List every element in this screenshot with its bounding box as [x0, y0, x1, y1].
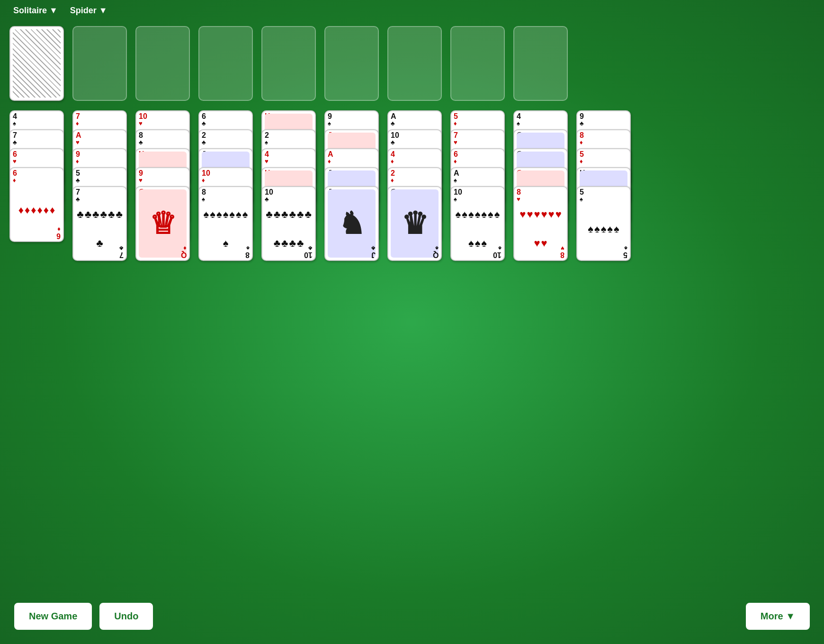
card-rank-bottom: 10 — [493, 251, 502, 259]
card-rank-top: 6 — [10, 149, 63, 158]
tableau-card[interactable]: Q ♠ ♛Q♠ — [387, 186, 442, 261]
card-rank-top: 9 — [136, 168, 189, 177]
foundation-6[interactable] — [387, 26, 442, 101]
card-rank-top: 8 — [136, 130, 189, 139]
card-rank-bottom: 5 — [623, 251, 627, 259]
pip-grid: ♥♥♥♥♥♥♥♥ — [517, 200, 564, 258]
more-button[interactable]: More ▼ — [746, 603, 810, 630]
tableau-card[interactable]: J ♣ ♞J♣ — [324, 186, 379, 261]
card-rank-bottom: 8 — [245, 251, 250, 259]
tableau-card[interactable]: 5 ♠ ♠♠♠♠♠5♠ — [576, 186, 631, 261]
bottom-left-buttons: New Game Undo — [14, 603, 153, 630]
card-rank-top: 8 — [514, 187, 567, 196]
card-rank-bottom: J — [371, 251, 376, 259]
game-area: 4 ♠ ♠♠♠♠4♠ 7 ♣ ♣♣♣♣♣♣♣7♣ 6 ♥ ♥♥♥♥♥♥6♥ 6 … — [0, 21, 824, 266]
tableau-column-4: K ♥ ♔K♥ 2 ♠ ♠♠2♠ 4 ♥ ♥♥♥♥4♥ K ♥ ♔K♥ 10 ♣… — [261, 110, 316, 261]
tableau-column-1: 7 ♦ ♦♦♦♦♦♦♦7♦ A ♥ ♥A♥ 9 ♦ ♦♦♦♦♦♦♦♦♦9♦ 5 … — [72, 110, 127, 261]
card-rank-bottom: 8 — [560, 251, 564, 259]
tableau-card[interactable]: 8 ♠ ♠♠♠♠♠♠♠♠8♠ — [198, 186, 253, 261]
foundation-4[interactable] — [261, 26, 316, 101]
card-rank-top: 9 — [577, 111, 630, 120]
stock-pile[interactable] — [9, 26, 64, 101]
face-card-art: ♛ — [391, 189, 439, 258]
tableau-column-8: 4 ♠ ♠♠♠♠4♠ Q ♣ ♛Q♣ Q ♠ ♛Q♠ Q ♥ ♕Q♥ 8 ♥ ♥… — [513, 110, 568, 261]
foundation-5[interactable] — [324, 26, 379, 101]
card-rank-top: 10 — [199, 168, 252, 177]
card-rank-top: 2 — [199, 130, 252, 139]
pip-grid: ♠♠♠♠♠ — [580, 200, 627, 258]
tableau-area: 4 ♠ ♠♠♠♠4♠ 7 ♣ ♣♣♣♣♣♣♣7♣ 6 ♥ ♥♥♥♥♥♥6♥ 6 … — [9, 110, 815, 261]
card-rank-top: A — [388, 111, 441, 120]
card-rank-bottom: Q — [181, 251, 187, 259]
card-rank-bottom: 6 — [56, 232, 61, 240]
tableau-card[interactable]: Q ♦ ♕Q♦ — [135, 186, 190, 261]
tableau-card[interactable]: 10 ♣ ♣♣♣♣♣♣♣♣♣♣10♣ — [261, 186, 316, 261]
solitaire-menu[interactable]: Solitaire ▼ — [9, 4, 62, 18]
tableau-column-5: 9 ♠ ♠♠♠♠♠♠♠♠♠9♠ J ♥ ♘J♥ A ♦ ♦A♦ J ♠ ♞J♠ … — [324, 110, 379, 261]
card-rank-top: A — [73, 130, 126, 139]
foundation-8[interactable] — [513, 26, 568, 101]
pip-grid: ♦♦♦♦♦♦ — [13, 181, 61, 239]
pip-grid: ♠♠♠♠♠♠♠♠ — [202, 200, 250, 258]
card-rank-top: A — [451, 168, 504, 177]
tableau-column-0: 4 ♠ ♠♠♠♠4♠ 7 ♣ ♣♣♣♣♣♣♣7♣ 6 ♥ ♥♥♥♥♥♥6♥ 6 … — [9, 110, 64, 242]
card-rank-top: 4 — [262, 149, 315, 158]
top-row — [9, 26, 815, 101]
foundation-7[interactable] — [450, 26, 505, 101]
tableau-column-2: 10 ♥ ♥♥♥♥♥♥♥♥♥♥10♥ 8 ♣ ♣♣♣♣♣♣♣♣8♣ K ♦ ♔K… — [135, 110, 190, 261]
tableau-card[interactable]: 8 ♥ ♥♥♥♥♥♥♥♥8♥ — [513, 186, 568, 261]
card-rank-top: 5 — [451, 111, 504, 120]
pip-grid: ♣♣♣♣♣♣♣♣♣♣ — [265, 200, 313, 258]
card-suit-bottom: ♣ — [308, 245, 313, 251]
card-suit-bottom: ♠ — [498, 245, 502, 251]
top-nav: Solitaire ▼ Spider ▼ — [0, 0, 824, 21]
card-back-pattern — [13, 29, 61, 98]
card-rank-top: 7 — [451, 130, 504, 139]
tableau-card[interactable]: 7 ♣ ♣♣♣♣♣♣♣7♣ — [72, 186, 127, 261]
card-rank-top: 10 — [388, 130, 441, 139]
card-rank-top: 7 — [73, 187, 126, 196]
card-suit-bottom: ♠ — [624, 245, 627, 251]
card-rank-top: 2 — [262, 130, 315, 139]
card-rank-top: 7 — [10, 130, 63, 139]
card-rank-top: 7 — [73, 111, 126, 120]
card-rank-top: 6 — [199, 111, 252, 120]
card-rank-top: 9 — [325, 111, 378, 120]
card-suit-bottom: ♣ — [371, 245, 376, 251]
card-rank-top: 10 — [262, 187, 315, 196]
card-suit-bottom: ♠ — [435, 245, 439, 251]
foundation-3[interactable] — [198, 26, 253, 101]
card-suit-bottom: ♠ — [246, 245, 250, 251]
new-game-button[interactable]: New Game — [14, 603, 92, 630]
card-rank-top: 8 — [577, 130, 630, 139]
card-rank-bottom: 10 — [304, 251, 313, 259]
card-rank-top: 4 — [10, 111, 63, 120]
card-suit-bottom: ♥ — [561, 245, 564, 251]
undo-button[interactable]: Undo — [99, 603, 153, 630]
face-card-art: ♕ — [139, 189, 187, 258]
card-rank-bottom: Q — [433, 251, 439, 259]
pip-grid: ♠♠♠♠♠♠♠♠♠♠ — [454, 200, 502, 258]
tableau-column-9: 9 ♣ ♣♣♣♣♣♣♣♣♣9♣ 8 ♦ ♦♦♦♦♦♦♦♦8♦ 5 ♦ ♦♦♦♦♦… — [576, 110, 631, 261]
card-rank-top: 5 — [73, 168, 126, 177]
card-rank-top: 8 — [199, 187, 252, 196]
card-rank-bottom: 7 — [119, 251, 124, 259]
foundation-1[interactable] — [72, 26, 127, 101]
tableau-column-3: 6 ♣ ♣♣♣♣♣♣6♣ 2 ♣ ♣♣2♣ J ♠ ♞J♠ 10 ♦ ♦♦♦♦♦… — [198, 110, 253, 261]
card-rank-top: 4 — [514, 111, 567, 120]
tableau-column-7: 5 ♦ ♦♦♦♦♦5♦ 7 ♥ ♥♥♥♥♥♥♥7♥ 6 ♦ ♦♦♦♦♦♦6♦ A… — [450, 110, 505, 261]
tableau-card[interactable]: 6 ♦ ♦♦♦♦♦♦6♦ — [9, 167, 64, 242]
spider-menu[interactable]: Spider ▼ — [66, 4, 111, 18]
card-rank-top: 4 — [388, 149, 441, 158]
card-rank-top: 6 — [451, 149, 504, 158]
card-suit-bottom: ♦ — [183, 245, 187, 251]
bottom-bar: New Game Undo More ▼ — [0, 603, 824, 630]
card-rank-top: 5 — [577, 149, 630, 158]
card-suit-bottom: ♣ — [119, 245, 124, 251]
tableau-card[interactable]: 10 ♠ ♠♠♠♠♠♠♠♠♠♠10♠ — [450, 186, 505, 261]
card-rank-top: A — [325, 149, 378, 158]
face-card-art: ♞ — [328, 189, 376, 258]
foundation-2[interactable] — [135, 26, 190, 101]
tableau-column-6: A ♣ ♣A♣ 10 ♣ ♣♣♣♣♣♣♣♣♣♣10♣ 4 ♦ ♦♦♦♦4♦ 2 … — [387, 110, 442, 261]
card-rank-top: 2 — [388, 168, 441, 177]
